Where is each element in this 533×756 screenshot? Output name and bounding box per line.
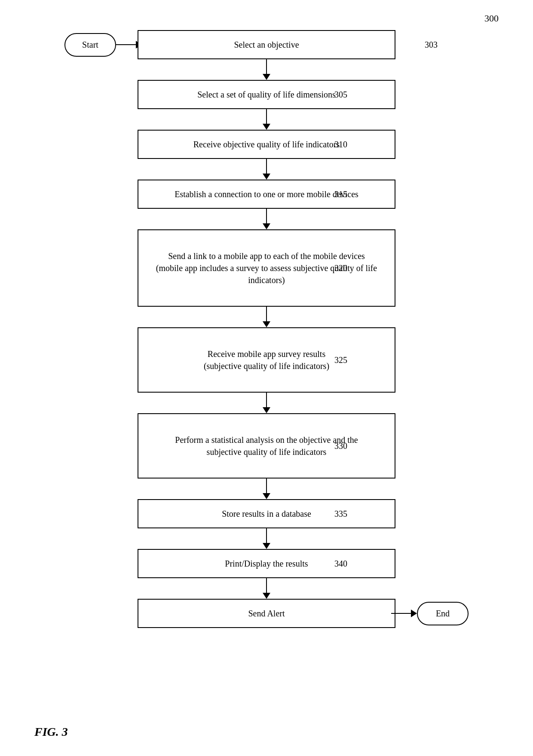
box-320: Send a link to a mobile app to each of t…	[138, 229, 395, 307]
row-335: Store results in a database 335	[26, 499, 507, 528]
fig-label: FIG. 3	[34, 725, 68, 739]
ref-305: 305	[334, 88, 347, 101]
start-oval-wrap: Start	[64, 33, 142, 57]
row-330: Perform a statistical analysis on the ob…	[26, 413, 507, 479]
row-340: Print/Display the results 340	[26, 549, 507, 578]
row-310: Receive objective quality of life indica…	[26, 130, 507, 159]
flow-wrapper: Start Select an objective 303 Select a s…	[26, 30, 507, 628]
box-335: Store results in a database 335	[138, 499, 395, 528]
ref-335: 335	[334, 508, 347, 520]
ref-340: 340	[334, 558, 347, 570]
ref-303: 303	[425, 39, 438, 51]
row-325: Receive mobile app survey results (subje…	[26, 327, 507, 393]
box-325: Receive mobile app survey results (subje…	[138, 327, 395, 393]
box-310: Receive objective quality of life indica…	[138, 130, 395, 159]
ref-325: 325	[334, 354, 347, 366]
arrow-2	[263, 109, 270, 130]
row-305: Select a set of quality of life dimensio…	[26, 80, 507, 109]
arrow-9	[263, 578, 270, 599]
start-oval: Start	[64, 33, 116, 57]
arrow-4	[263, 209, 270, 229]
ref-320: 320	[334, 262, 347, 274]
end-row: Send Alert 350 End	[26, 599, 507, 628]
box-305: Select a set of quality of life dimensio…	[138, 80, 395, 109]
end-arrow-right	[391, 610, 417, 617]
diagram-ref: 300	[484, 13, 499, 24]
box-350: Send Alert 350	[138, 599, 395, 628]
ref-330: 330	[334, 440, 347, 452]
arrow-7	[263, 479, 270, 499]
arrow-8	[263, 528, 270, 549]
diagram-container: 300 Start Select an objective 303 Select…	[0, 0, 533, 756]
box-340: Print/Display the results 340	[138, 549, 395, 578]
ref-315: 315	[334, 188, 347, 200]
box-303: Select an objective 303	[138, 30, 395, 59]
ref-310: 310	[334, 138, 347, 150]
arrow-6	[263, 393, 270, 413]
end-oval: End	[417, 602, 469, 625]
arrow-5	[263, 307, 270, 327]
arrow-3	[263, 159, 270, 180]
arrow-1	[263, 59, 270, 80]
end-oval-wrap: End	[391, 602, 469, 625]
row-315: Establish a connection to one or more mo…	[26, 180, 507, 209]
box-315: Establish a connection to one or more mo…	[138, 180, 395, 209]
start-row: Start Select an objective 303	[26, 30, 507, 59]
box-330: Perform a statistical analysis on the ob…	[138, 413, 395, 479]
row-320: Send a link to a mobile app to each of t…	[26, 229, 507, 307]
